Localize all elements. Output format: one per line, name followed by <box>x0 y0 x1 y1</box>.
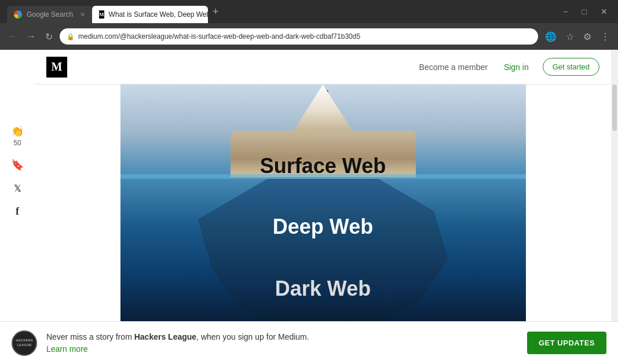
menu-icon[interactable]: ⋮ <box>598 29 612 45</box>
learn-more-link[interactable]: Learn more <box>46 344 88 354</box>
scrollbar-thumb[interactable] <box>612 84 617 131</box>
tab-google-search[interactable]: Google Search ✕ <box>7 6 92 23</box>
clap-icon: 👏 <box>11 125 24 138</box>
title-bar: Google Search ✕ M What is Surface Web, D… <box>0 0 618 23</box>
twitter-icon: 𝕏 <box>14 183 21 194</box>
tab-google-title: Google Search <box>27 10 73 19</box>
close-button[interactable]: ✕ <box>595 5 613 19</box>
get-updates-button[interactable]: GET UPDATES <box>527 332 606 354</box>
window-actions: − □ ✕ <box>557 5 613 19</box>
article-sidebar: 👏 50 🔖 𝕏 f <box>0 50 35 321</box>
browser-window: Google Search ✕ M What is Surface Web, D… <box>0 0 618 364</box>
article-main: M Become a member Sign in Get started <box>35 50 611 321</box>
iceberg-illustration: Surface Web Deep Web Dark Web <box>120 84 526 321</box>
address-input[interactable]: 🔒 medium.com/@hackersleague/what-is-surf… <box>60 28 538 45</box>
medium-header: M Become a member Sign in Get started <box>35 50 611 84</box>
deep-web-label: Deep Web <box>273 215 373 239</box>
notif-suffix: , when you sign up for Medium. <box>196 332 309 341</box>
notification-bar: HACKERSLEAGUE Never miss a story from Ha… <box>0 321 618 364</box>
maximize-button[interactable]: □ <box>576 5 593 19</box>
facebook-icon: f <box>16 205 19 218</box>
bookmark-button[interactable]: 🔖 <box>11 159 24 171</box>
tab-close-google[interactable]: ✕ <box>80 11 85 19</box>
bookmark-star-icon[interactable]: ☆ <box>564 29 576 45</box>
become-member-link[interactable]: Become a member <box>419 62 488 72</box>
notification-text: Never miss a story from Hackers League, … <box>46 331 518 355</box>
address-actions: 🌐 ☆ ⚙ ⋮ <box>543 29 612 45</box>
clap-button[interactable]: 👏 50 <box>11 125 24 147</box>
dark-web-label: Dark Web <box>275 277 371 301</box>
minimize-button[interactable]: − <box>557 5 573 19</box>
article-image: Surface Web Deep Web Dark Web <box>35 84 611 321</box>
scrollbar[interactable] <box>611 50 618 321</box>
lock-icon: 🔒 <box>67 33 75 41</box>
medium-logo[interactable]: M <box>46 57 67 78</box>
google-favicon <box>14 10 22 19</box>
facebook-share-button[interactable]: f <box>16 205 19 218</box>
notif-prefix: Never miss a story from <box>46 332 134 341</box>
sign-in-button[interactable]: Sign in <box>504 62 529 72</box>
avatar-text: HACKERSLEAGUE <box>16 339 33 347</box>
translate-icon[interactable]: 🌐 <box>543 29 559 45</box>
twitter-share-button[interactable]: 𝕏 <box>14 183 21 194</box>
back-button[interactable]: ← <box>6 29 20 44</box>
get-started-button[interactable]: Get started <box>543 58 599 76</box>
clap-count: 50 <box>13 139 21 147</box>
tab-medium-title: What is Surface Web, Deep Web <box>109 10 209 19</box>
bookmark-icon: 🔖 <box>11 159 24 171</box>
tabs-bar: Google Search ✕ M What is Surface Web, D… <box>5 0 224 23</box>
publisher-avatar: HACKERSLEAGUE <box>12 330 37 356</box>
extension-icon[interactable]: ⚙ <box>581 29 594 45</box>
forward-button[interactable]: → <box>24 29 38 44</box>
page-content: 👏 50 🔖 𝕏 f M Become a member Sign in Get… <box>0 50 618 321</box>
tab-add-button[interactable]: + <box>208 6 224 18</box>
medium-favicon: M <box>99 10 104 19</box>
notif-publisher: Hackers League <box>134 332 196 341</box>
water-surface <box>120 174 526 179</box>
address-bar: ← → ↻ 🔒 medium.com/@hackersleague/what-i… <box>0 23 618 50</box>
tab-medium-article[interactable]: M What is Surface Web, Deep Web ✕ <box>92 6 208 23</box>
reload-button[interactable]: ↻ <box>43 29 55 45</box>
address-text: medium.com/@hackersleague/what-is-surfac… <box>78 32 360 41</box>
